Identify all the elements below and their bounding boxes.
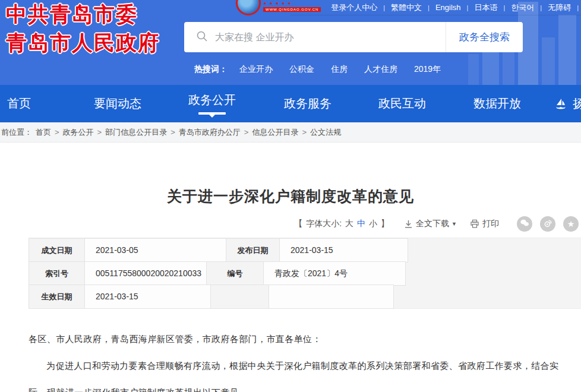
logo-line-2: 青岛市人民政府 (6, 32, 160, 53)
download-button[interactable]: 全文下载 ▼ (404, 219, 457, 229)
hot-search-item[interactable]: 公积金 (289, 64, 314, 75)
hot-search-item[interactable]: 人才住房 (364, 64, 397, 75)
share-buttons: ★ (517, 216, 579, 232)
logo-line-1: 中共青岛市委 (6, 4, 160, 24)
breadcrumb: 前位置： 首页 > 政务公开 > 部门信息公开目录 > 青岛市政府办公厅 > 信… (0, 122, 581, 143)
nav-item-news[interactable]: 要闻动态 (94, 85, 141, 122)
breadcrumb-item[interactable]: 政务公开 (63, 127, 94, 138)
nav-item-gov-affairs-disclosure-active[interactable]: 政务公开 (188, 85, 236, 122)
hot-search-item[interactable]: 企业开办 (239, 64, 273, 75)
link-separator: | (577, 4, 579, 11)
page-title: 关于进一步深化户籍制度改革的意见 (0, 186, 581, 206)
meta-value-effective-date: 2021-03-15 (84, 284, 211, 309)
meta-value-doc-number: 青政发〔2021〕4号 (263, 261, 406, 286)
share-favorite-button[interactable]: ★ (563, 216, 579, 232)
breadcrumb-item[interactable]: 公文法规 (310, 127, 341, 138)
share-weibo-button[interactable] (540, 216, 555, 232)
meta-empty-cell (210, 284, 269, 309)
breadcrumb-item[interactable]: 部门信息公开目录 (105, 127, 167, 138)
paragraph-salutation: 各区、市人民政府，青岛西海岸新区管委，市政府各部门，市直各单位： (29, 325, 571, 352)
dropdown-caret-icon: ▼ (451, 221, 457, 227)
font-size-control: 【 字体大小: 大 中 小 】 (292, 219, 391, 229)
paragraph-intro: 为促进人口和劳动力要素合理顺畅有序流动，根据中央关于深化户籍制度改革的系列决策部… (29, 352, 571, 392)
site-header: 中共青岛市委 青岛市人民政府 青岛政务网 ★★★★★ WWW.QINGDAO.G… (0, 0, 581, 85)
font-size-small[interactable]: 小 (369, 219, 377, 229)
search-bar: 政务全搜索 (184, 22, 523, 52)
active-tab-underline (198, 112, 226, 115)
font-size-large[interactable]: 大 (345, 219, 353, 229)
nav-item-open-data[interactable]: 数据开放 (473, 85, 521, 122)
breadcrumb-prefix: 前位置： (1, 127, 32, 138)
meta-value-index-number: 00511755800020020210033 (84, 261, 207, 286)
share-wechat-button[interactable] (517, 216, 532, 232)
print-button[interactable]: 打印 (470, 219, 499, 229)
page: 中共青岛市委 青岛市人民政府 青岛政务网 ★★★★★ WWW.QINGDAO.G… (0, 0, 581, 392)
main-nav: 首页 要闻动态 政务公开 政务服务 政民互动 数据开放 扬帆青岛 (0, 85, 581, 122)
hot-search-row: 热搜词： 企业开办 公积金 住房 人才住房 2019年 (194, 62, 457, 77)
nav-item-citizen-interaction[interactable]: 政民互动 (378, 85, 426, 122)
breadcrumb-item[interactable]: 首页 (36, 127, 51, 138)
meta-label-effective-date: 生效日期 (29, 284, 85, 309)
top-links-bar: 登录个人中心 | 繁體中文 | Engilsh | 日本语 | 한국어 | 无障… (290, 0, 581, 15)
meta-empty-cell (269, 284, 394, 309)
search-submit-button[interactable]: 政务全搜索 (446, 22, 523, 52)
font-size-label: 字体大小: (306, 219, 342, 229)
search-icon (196, 30, 208, 45)
link-accessibility[interactable]: 无障碍 (542, 2, 577, 13)
meta-label-doc-number: 编号 (206, 261, 264, 286)
download-icon (404, 220, 413, 229)
breadcrumb-item[interactable]: 信息公开目录 (252, 127, 298, 138)
article-toolbar: 【 字体大小: 大 中 小 】 全文下载 ▼ 打印 (0, 215, 581, 233)
document-meta-table: 成文日期 2021-03-05 发布日期 2021-03-15 索引号 0051… (29, 238, 581, 309)
table-row: 索引号 00511755800020020210033 编号 青政发〔2021〕… (29, 261, 581, 285)
hot-search-item[interactable]: 2019年 (414, 64, 441, 75)
hot-search-label: 热搜词： (194, 64, 228, 75)
font-size-medium[interactable]: 中 (357, 219, 365, 229)
hot-search-item[interactable]: 住房 (331, 64, 348, 75)
weibo-icon (542, 218, 553, 230)
sailboat-icon (554, 97, 568, 111)
print-icon (470, 219, 479, 229)
search-input[interactable] (208, 22, 446, 52)
nav-item-home[interactable]: 首页 (7, 85, 31, 122)
link-japanese[interactable]: 日本语 (468, 2, 503, 13)
nav-item-gov-services[interactable]: 政务服务 (284, 85, 331, 122)
wechat-icon (519, 218, 530, 230)
globe-icon (236, 0, 261, 15)
link-korean[interactable]: 한국어 (505, 2, 540, 13)
link-english[interactable]: Engilsh (430, 3, 467, 12)
link-traditional-chinese[interactable]: 繁體中文 (385, 2, 428, 13)
table-row: 生效日期 2021-03-15 (29, 284, 581, 308)
meta-label-index-number: 索引号 (29, 261, 85, 286)
link-login[interactable]: 登录个人中心 (325, 2, 383, 13)
meta-value-publish-date: 2021-03-15 (279, 238, 408, 263)
breadcrumb-item[interactable]: 青岛市政府办公厅 (179, 127, 241, 138)
meta-value-written-date: 2021-03-05 (84, 238, 226, 263)
meta-label-publish-date: 发布日期 (226, 238, 280, 263)
site-logo[interactable]: 中共青岛市委 青岛市人民政府 (6, 4, 160, 53)
nav-item-sailing-qingdao[interactable]: 扬帆青岛 (554, 85, 581, 122)
table-row: 成文日期 2021-03-05 发布日期 2021-03-15 (29, 238, 581, 262)
star-icon: ★ (567, 220, 575, 228)
document-body: 各区、市人民政府，青岛西海岸新区管委，市政府各部门，市直各单位： 为促进人口和劳… (29, 325, 571, 392)
meta-label-written-date: 成文日期 (29, 238, 85, 263)
